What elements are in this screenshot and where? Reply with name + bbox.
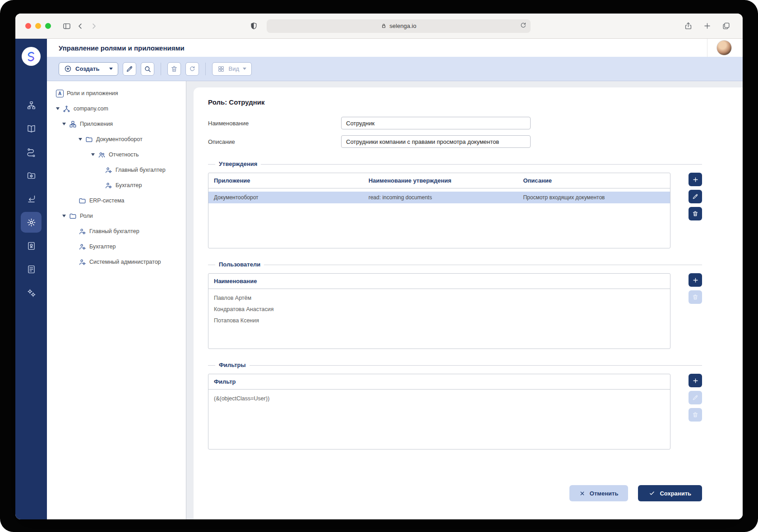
add-statement-button[interactable] xyxy=(689,173,702,186)
roles-settings-icon[interactable] xyxy=(21,212,42,233)
list-item[interactable]: (&(objectClass=User)) xyxy=(208,393,670,404)
search-button[interactable] xyxy=(141,62,154,76)
toolbar-divider xyxy=(205,63,206,75)
browser-window: selenga.io xyxy=(15,14,743,519)
create-button[interactable]: Создать xyxy=(59,62,118,76)
delete-button[interactable] xyxy=(167,62,181,76)
column-header: Наименование утверждения xyxy=(363,177,518,184)
statements-section: Утверждения Приложение Наименование утве… xyxy=(208,164,702,248)
view-button[interactable]: Вид xyxy=(212,62,252,76)
tree-item-label: Отчетность xyxy=(109,151,139,158)
hierarchy-icon[interactable] xyxy=(21,95,42,115)
sidebar-toggle-icon[interactable] xyxy=(60,19,74,33)
selenga-logo[interactable] xyxy=(22,47,41,66)
sidebar-icon-list xyxy=(21,95,42,303)
new-tab-icon[interactable] xyxy=(700,19,714,33)
folder-icon xyxy=(69,212,77,220)
tree-item-label: Главный бухгалтер xyxy=(116,167,166,173)
expander-icon[interactable] xyxy=(62,215,66,217)
table-row[interactable]: Документооборот read: incoming documents… xyxy=(208,192,670,203)
actions-toolbar: Создать xyxy=(47,57,743,81)
column-header: Фильтр xyxy=(208,378,363,385)
lock-icon xyxy=(381,23,387,29)
expander-icon[interactable] xyxy=(79,138,82,141)
list-item[interactable]: Потапова Ксения xyxy=(208,315,670,326)
column-header: Наименование xyxy=(208,278,363,284)
app-sidebar xyxy=(15,39,47,519)
main-column: Управление ролями и приложениями Создать xyxy=(47,39,743,519)
zoom-button[interactable] xyxy=(45,23,51,29)
delete-user-button[interactable] xyxy=(689,290,702,304)
certificate-icon[interactable] xyxy=(21,235,42,256)
tree-item-reporting[interactable]: Отчетность xyxy=(47,147,186,162)
tree-item-accountant[interactable]: Бухгалтер xyxy=(47,178,186,193)
chevron-down-icon xyxy=(109,68,113,70)
forward-icon[interactable] xyxy=(87,19,101,33)
expander-icon[interactable] xyxy=(91,153,95,156)
tabs-overview-icon[interactable] xyxy=(719,19,733,33)
name-field[interactable] xyxy=(341,117,531,129)
tree-item-label: company.com xyxy=(74,105,108,112)
users-legend: Пользователи xyxy=(215,261,264,268)
list-item[interactable]: Павлов Артём xyxy=(208,292,670,303)
role-icon xyxy=(105,166,112,174)
role-fields: Наименование Описание xyxy=(208,117,702,148)
reload-icon[interactable] xyxy=(519,22,527,29)
cancel-button[interactable]: Отменить xyxy=(569,485,629,501)
shield-icon[interactable] xyxy=(247,19,260,33)
close-button[interactable] xyxy=(25,23,31,29)
back-icon[interactable] xyxy=(74,19,87,33)
applications-icon xyxy=(69,120,77,128)
tree-item-erp[interactable]: ERP-система xyxy=(47,193,186,208)
close-icon xyxy=(579,491,585,496)
tree-item-domain[interactable]: company.com xyxy=(47,101,186,116)
add-user-button[interactable] xyxy=(689,273,702,287)
circle-plus-icon xyxy=(64,65,72,73)
minimize-button[interactable] xyxy=(35,23,41,29)
role-icon xyxy=(79,258,86,266)
list-item[interactable]: Кондратова Анастасия xyxy=(208,303,670,315)
address-bar[interactable]: selenga.io xyxy=(267,19,531,33)
book-icon[interactable] xyxy=(21,118,42,139)
role-icon xyxy=(79,228,86,235)
tree-item-roles[interactable]: Роли xyxy=(47,208,186,224)
tree-item-label: Бухгалтер xyxy=(89,243,116,250)
tree-item-sysadmin-role[interactable]: Системный администратор xyxy=(47,254,186,270)
tree-item-docflow[interactable]: Документооборот xyxy=(47,132,186,147)
refresh-button[interactable] xyxy=(185,62,199,76)
content-area: Роль: Сотрудник Наименование Описание xyxy=(186,81,743,519)
delete-statement-button[interactable] xyxy=(689,207,702,220)
edit-button[interactable] xyxy=(123,62,136,76)
role-detail-panel: Роль: Сотрудник Наименование Описание xyxy=(194,87,743,519)
user-avatar[interactable] xyxy=(716,40,732,55)
tree-item-label: Документооборот xyxy=(96,136,143,142)
tree-item-chief-accountant-role[interactable]: Главный бухгалтер xyxy=(47,224,186,239)
tree-item-label: Бухгалтер xyxy=(116,182,142,188)
traffic-lights xyxy=(25,23,51,29)
expander-icon[interactable] xyxy=(56,107,60,110)
tree-item-applications[interactable]: Приложения xyxy=(47,116,186,132)
share-icon[interactable] xyxy=(681,19,695,33)
filters-legend: Фильтры xyxy=(215,362,250,368)
gears-icon[interactable] xyxy=(21,282,42,303)
grid-icon xyxy=(217,65,225,73)
description-field[interactable] xyxy=(341,135,531,148)
tree-item-accountant-role[interactable]: Бухгалтер xyxy=(47,239,186,254)
tree-item-chief-accountant[interactable]: Главный бухгалтер xyxy=(47,162,186,178)
url-text: selenga.io xyxy=(389,23,416,29)
document-icon[interactable] xyxy=(21,259,42,280)
route-icon[interactable] xyxy=(21,142,42,162)
edit-statement-button[interactable] xyxy=(689,190,702,203)
expander-icon[interactable] xyxy=(62,123,66,125)
save-button[interactable]: Сохранить xyxy=(638,485,702,501)
tree-item-root[interactable]: A Роли и приложения xyxy=(47,86,186,101)
app-root: Управление ролями и приложениями Создать xyxy=(15,39,743,519)
add-filter-button[interactable] xyxy=(689,374,702,387)
name-field-label: Наименование xyxy=(208,120,341,127)
incoming-arrow-icon[interactable] xyxy=(21,188,42,209)
delete-filter-button[interactable] xyxy=(689,408,702,422)
folder-settings-icon[interactable] xyxy=(21,165,42,186)
edit-filter-button[interactable] xyxy=(689,391,702,404)
folder-icon xyxy=(85,136,93,143)
filters-actions xyxy=(689,374,702,449)
